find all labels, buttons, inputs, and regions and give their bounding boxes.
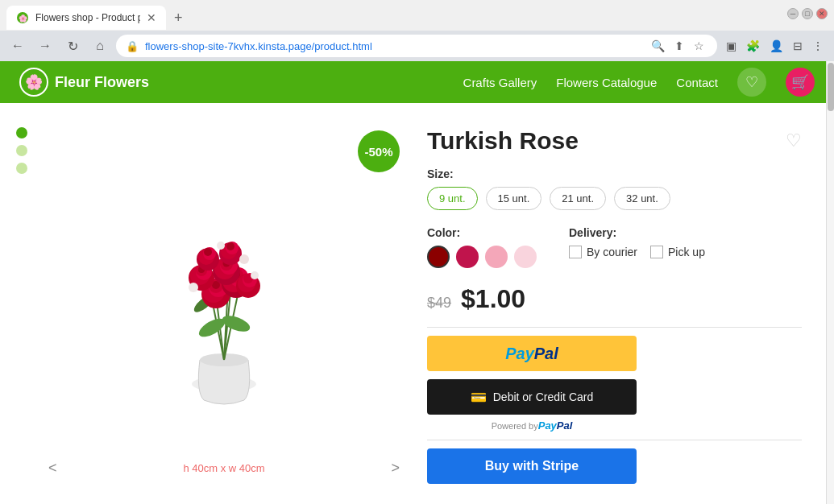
wishlist-nav-button[interactable]: ♡ (737, 68, 766, 97)
discount-badge: -50% (358, 130, 400, 172)
paypal-pal: Pal (534, 345, 558, 362)
next-image-button[interactable]: > (391, 460, 400, 477)
divider-top (427, 327, 802, 328)
address-bar-row: ← → ↻ ⌂ 🔒 flowers-shop-site-7kvhx.kinsta… (0, 31, 834, 61)
thumbnail-list (16, 119, 27, 488)
paypal-pay: Pay (505, 345, 534, 362)
screenshot-icon[interactable]: ▣ (722, 37, 741, 55)
svg-text:🌸: 🌸 (19, 14, 28, 23)
wishlist-icon[interactable]: ♡ (786, 130, 802, 151)
site-logo: 🌸 Fleur Flowers (19, 68, 149, 97)
delivery-label: Delivery: (569, 226, 705, 239)
split-screen-icon[interactable]: ⊟ (789, 37, 807, 55)
logo-icon: 🌸 (19, 68, 48, 97)
size-option-32[interactable]: 32 unt. (614, 187, 670, 210)
nav-crafts-gallery[interactable]: Crafts Gallery (463, 76, 537, 89)
card-label: Debit or Credit Card (493, 390, 594, 403)
tab-area: 🌸 Flowers shop - Product page ✕ + (6, 6, 189, 30)
svg-point-46 (217, 242, 225, 250)
product-info: Turkish Rose ♡ Size: 9 unt. 15 unt. 21 u… (411, 119, 818, 488)
share-icon[interactable]: ⬆ (671, 38, 687, 54)
color-light-pink[interactable] (514, 246, 537, 268)
extension-icon[interactable]: 🧩 (742, 37, 764, 55)
pickup-label: Pick up (668, 246, 705, 258)
image-size-text: h 40cm x w 40cm (183, 462, 264, 474)
powered-text: Powered by (492, 421, 538, 431)
site-nav: 🌸 Fleur Flowers Crafts Gallery Flowers C… (0, 61, 834, 103)
profile-icon[interactable]: 👤 (766, 37, 787, 55)
product-area: -50% (0, 103, 834, 504)
powered-by-row: Powered by PayPal (427, 419, 637, 432)
delivery-options: By courier Pick up (569, 246, 705, 258)
original-price: $49 (427, 295, 451, 312)
url-text: flowers-shop-site-7kvhx.kinsta.page/prod… (145, 40, 641, 52)
refresh-button[interactable]: ↻ (61, 35, 84, 57)
forward-button[interactable]: → (34, 35, 56, 57)
color-pink[interactable] (485, 246, 508, 268)
menu-icon[interactable]: ⋮ (808, 37, 828, 55)
search-icon[interactable]: 🔍 (648, 38, 668, 54)
pickup-checkbox[interactable] (650, 246, 663, 258)
delivery-pickup[interactable]: Pick up (650, 246, 705, 258)
extra-icons: ▣ 🧩 👤 ⊟ ⋮ (722, 37, 828, 55)
powered-paypal-brand: PayPal (538, 419, 573, 432)
cart-nav-button[interactable]: 🛒 (786, 68, 815, 97)
scrollbar[interactable] (826, 61, 834, 504)
svg-point-47 (239, 254, 249, 264)
thumb-1[interactable] (16, 127, 27, 138)
stripe-label: Buy with Stripe (485, 459, 579, 473)
product-title: Turkish Rose (427, 127, 579, 155)
new-tab-button[interactable]: + (168, 6, 189, 30)
tab-favicon: 🌸 (16, 11, 29, 24)
nav-contact[interactable]: Contact (676, 76, 718, 89)
thumb-2[interactable] (16, 145, 27, 156)
back-button[interactable]: ← (6, 35, 29, 57)
delivery-section: Delivery: By courier Pick up (569, 226, 705, 268)
delivery-courier[interactable]: By courier (569, 246, 637, 258)
maximize-button[interactable]: □ (802, 8, 813, 19)
tab-close-button[interactable]: ✕ (147, 11, 156, 24)
size-options: 9 unt. 15 unt. 21 unt. 32 unt. (427, 187, 802, 210)
active-tab[interactable]: 🌸 Flowers shop - Product page ✕ (6, 6, 166, 30)
nav-flowers-catalogue[interactable]: Flowers Catalogue (556, 76, 657, 89)
stripe-button[interactable]: Buy with Stripe (427, 448, 637, 484)
window-controls: ─ □ ✕ (787, 8, 828, 19)
paypal-logo: PayPal (505, 345, 558, 363)
svg-point-45 (251, 271, 259, 279)
courier-label: By courier (587, 246, 637, 258)
tab-title: Flowers shop - Product page (35, 12, 140, 23)
address-box[interactable]: 🔒 flowers-shop-site-7kvhx.kinsta.page/pr… (116, 35, 717, 57)
image-nav: < h 40cm x w 40cm > (48, 460, 400, 477)
sale-price: $1.00 (461, 284, 525, 314)
scrollbar-thumb[interactable] (828, 63, 834, 111)
paypal-button[interactable]: PayPal (427, 336, 637, 371)
website: 🌸 Fleur Flowers Crafts Gallery Flowers C… (0, 61, 834, 504)
size-option-9[interactable]: 9 unt. (427, 187, 478, 210)
minimize-button[interactable]: ─ (787, 8, 799, 19)
size-option-15[interactable]: 15 unt. (486, 187, 542, 210)
product-image (135, 199, 313, 408)
home-button[interactable]: ⌂ (89, 35, 111, 57)
color-crimson[interactable] (456, 246, 479, 268)
size-option-21[interactable]: 21 unt. (550, 187, 606, 210)
svg-point-44 (189, 283, 198, 292)
thumb-3[interactable] (16, 163, 27, 174)
svg-point-43 (226, 242, 234, 250)
card-button[interactable]: 💳 Debit or Credit Card (427, 379, 637, 415)
options-row: Color: Delivery: By courier (427, 226, 802, 268)
svg-point-39 (204, 248, 212, 256)
close-button[interactable]: ✕ (816, 8, 828, 19)
product-title-row: Turkish Rose ♡ (427, 127, 802, 155)
bookmark-icon[interactable]: ☆ (691, 38, 707, 54)
prev-image-button[interactable]: < (48, 460, 57, 477)
color-label: Color: (427, 226, 537, 239)
price-row: $49 $1.00 (427, 284, 802, 314)
courier-checkbox[interactable] (569, 246, 582, 258)
lock-icon: 🔒 (126, 40, 139, 52)
color-dark-red[interactable] (427, 246, 450, 268)
card-icon: 💳 (471, 390, 487, 405)
size-label: Size: (427, 167, 802, 180)
color-section: Color: (427, 226, 537, 268)
divider-bottom (427, 440, 802, 440)
address-actions: 🔍 ⬆ ☆ (648, 38, 707, 54)
